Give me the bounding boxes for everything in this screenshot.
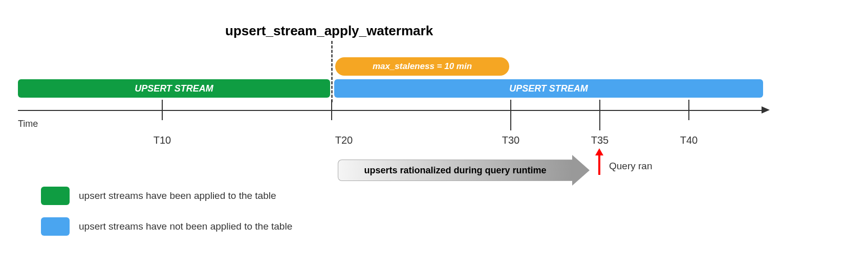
- segment-applied: UPSERT STREAM: [18, 79, 330, 98]
- time-axis: [18, 110, 763, 111]
- segment-not-applied-label: UPSERT STREAM: [509, 83, 588, 94]
- tick-t35: [599, 100, 600, 130]
- legend-applied: upsert streams have been applied to the …: [41, 187, 276, 205]
- staleness-bar: max_staleness = 10 min: [335, 57, 509, 76]
- query-ran-label: Query ran: [609, 161, 652, 172]
- tick-label-t20: T20: [335, 134, 353, 146]
- watermark-line: [331, 41, 333, 102]
- tick-t20: [331, 100, 332, 120]
- staleness-label: max_staleness = 10 min: [373, 61, 472, 72]
- legend-not-applied: upsert streams have not been applied to …: [41, 217, 292, 236]
- watermark-title: upsert_stream_apply_watermark: [225, 23, 433, 39]
- rationalized-arrowhead: [572, 155, 590, 186]
- legend-label-not-applied: upsert streams have not been applied to …: [79, 221, 292, 232]
- tick-label-t40: T40: [680, 134, 698, 146]
- rationalized-label: upserts rationalized during query runtim…: [364, 165, 546, 176]
- tick-label-t10: T10: [154, 134, 171, 146]
- time-axis-label: Time: [18, 119, 38, 129]
- segment-not-applied: UPSERT STREAM: [334, 79, 763, 98]
- tick-t30: [510, 100, 511, 130]
- timeline-diagram: upsert_stream_apply_watermark max_stalen…: [10, 10, 858, 261]
- legend-swatch-applied: [41, 187, 70, 205]
- legend-swatch-not-applied: [41, 217, 70, 236]
- tick-t10: [162, 100, 163, 120]
- rationalized-arrow: upserts rationalized during query runtim…: [338, 155, 590, 186]
- segment-applied-label: UPSERT STREAM: [135, 83, 213, 94]
- time-axis-arrowhead: [762, 106, 770, 114]
- tick-t40: [688, 100, 689, 120]
- tick-label-t35: T35: [591, 134, 609, 146]
- legend-label-applied: upsert streams have been applied to the …: [79, 190, 276, 201]
- tick-label-t30: T30: [502, 134, 519, 146]
